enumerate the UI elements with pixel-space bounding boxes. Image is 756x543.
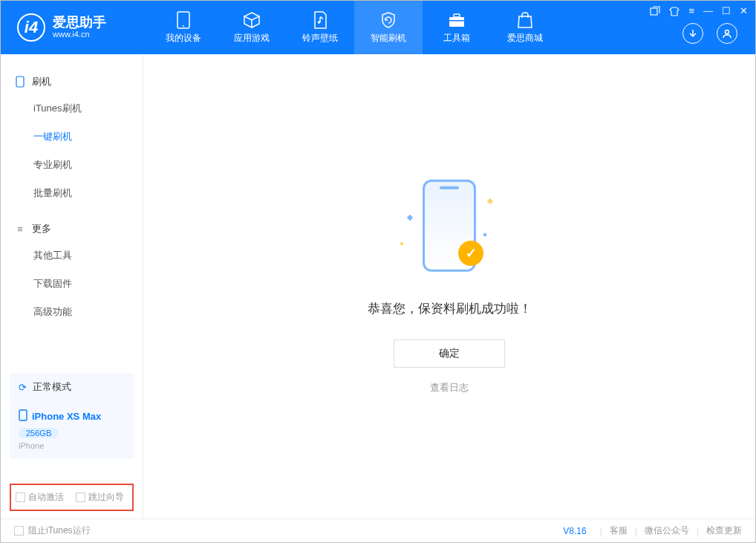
separator: |	[635, 526, 637, 536]
svg-rect-3	[449, 17, 464, 27]
list-icon: ≡	[14, 223, 26, 235]
svg-point-2	[318, 21, 321, 24]
sidebar: 刷机 iTunes刷机 一键刷机 专业刷机 批量刷机 ≡ 更多 其他工具 下载固…	[1, 54, 143, 518]
music-file-icon	[311, 11, 329, 29]
sidebar-item-oneclick-flash[interactable]: 一键刷机	[1, 123, 143, 151]
footer-right: V8.16 | 客服 | 微信公众号 | 检查更新	[563, 524, 742, 537]
sidebar-section-flash: 刷机	[1, 69, 143, 94]
sidebar-item-other-tools[interactable]: 其他工具	[1, 241, 143, 270]
checkbox-icon	[14, 526, 24, 536]
sidebar-item-download-firmware[interactable]: 下载固件	[1, 270, 143, 298]
check-update-link[interactable]: 检查更新	[706, 524, 742, 537]
sparkle-icon	[407, 215, 413, 221]
svg-rect-4	[454, 14, 460, 17]
sparkle-icon	[400, 241, 404, 246]
tab-ringtone[interactable]: 铃声壁纸	[286, 1, 354, 54]
svg-rect-5	[449, 20, 464, 22]
separator: |	[697, 526, 699, 536]
main-content: ✓ 恭喜您，保资料刷机成功啦！ 确定 查看日志	[143, 54, 755, 518]
app-header: i4 爱思助手 www.i4.cn 我的设备 应用游戏 铃声壁纸 智能刷机 工具…	[1, 1, 755, 54]
confirm-button[interactable]: 确定	[394, 339, 505, 368]
section-label: 刷机	[32, 75, 51, 88]
bag-icon	[516, 11, 534, 29]
sparkle-icon	[487, 198, 493, 204]
device-name: iPhone XS Max	[32, 411, 101, 422]
checkbox-label: 阻止iTunes运行	[28, 524, 91, 537]
sidebar-item-itunes-flash[interactable]: iTunes刷机	[1, 94, 143, 123]
tab-label: 工具箱	[443, 32, 470, 45]
device-icon	[175, 11, 192, 29]
section-label: 更多	[32, 222, 51, 235]
sidebar-item-batch-flash[interactable]: 批量刷机	[1, 179, 143, 207]
svg-point-1	[183, 25, 184, 27]
tab-label: 智能刷机	[371, 32, 406, 45]
logo-area: i4 爱思助手 www.i4.cn	[1, 13, 149, 42]
app-url: www.i4.cn	[53, 29, 106, 39]
close-button[interactable]: ✕	[740, 5, 748, 16]
checkbox-icon	[76, 492, 85, 502]
account-button[interactable]	[717, 23, 737, 44]
wechat-link[interactable]: 微信公众号	[645, 524, 689, 537]
sidebar-item-pro-flash[interactable]: 专业刷机	[1, 151, 143, 179]
version-label: V8.16	[563, 526, 586, 536]
flash-options-highlight: 自动激活 跳过向导	[10, 484, 134, 511]
shield-refresh-icon	[379, 11, 397, 29]
tab-my-device[interactable]: 我的设备	[149, 1, 218, 54]
success-illustration: ✓	[397, 178, 501, 282]
phone-icon	[14, 76, 26, 88]
checkbox-auto-activate[interactable]: 自动激活	[16, 491, 64, 504]
sparkle-icon	[483, 233, 487, 237]
toolbox-icon	[448, 11, 466, 29]
view-log-link[interactable]: 查看日志	[430, 381, 469, 394]
checkbox-icon	[16, 492, 25, 502]
refresh-icon: ⟳	[19, 382, 27, 393]
device-name-row: iPhone XS Max	[19, 409, 101, 423]
maximize-button[interactable]: ☐	[722, 5, 731, 16]
tab-label: 爱思商城	[507, 32, 543, 45]
nav-tabs: 我的设备 应用游戏 铃声壁纸 智能刷机 工具箱 爱思商城	[149, 1, 559, 54]
svg-rect-7	[651, 8, 657, 15]
checkbox-label: 自动激活	[28, 491, 64, 504]
device-mode-card[interactable]: ⟳ 正常模式	[10, 373, 134, 401]
minimize-button[interactable]: —	[703, 5, 713, 16]
tab-store[interactable]: 爱思商城	[491, 1, 559, 54]
tab-smart-flash[interactable]: 智能刷机	[354, 1, 423, 54]
sidebar-item-advanced[interactable]: 高级功能	[1, 298, 143, 326]
skin-icon[interactable]	[669, 5, 680, 16]
success-message: 恭喜您，保资料刷机成功啦！	[368, 300, 532, 317]
logo-icon: i4	[17, 13, 45, 42]
tab-label: 我的设备	[166, 32, 201, 45]
download-button[interactable]	[682, 23, 703, 44]
app-title: 爱思助手	[53, 16, 106, 29]
svg-rect-9	[19, 410, 27, 420]
checkbox-block-itunes[interactable]: 阻止iTunes运行	[14, 524, 91, 537]
device-type: iPhone	[19, 441, 44, 450]
tab-apps[interactable]: 应用游戏	[218, 1, 286, 54]
device-storage-badge: 256GB	[19, 428, 59, 438]
checkbox-skip-wizard[interactable]: 跳过向导	[76, 491, 124, 504]
svg-rect-8	[16, 77, 24, 87]
device-card[interactable]: iPhone XS Max 256GB iPhone	[10, 400, 134, 459]
checkbox-label: 跳过向导	[88, 491, 124, 504]
device-phone-icon	[19, 409, 27, 423]
check-icon: ✓	[458, 241, 483, 266]
logo-text: 爱思助手 www.i4.cn	[53, 16, 106, 39]
svg-point-6	[726, 30, 729, 34]
mode-label: 正常模式	[33, 380, 71, 394]
support-link[interactable]: 客服	[610, 524, 628, 537]
sidebar-section-more: ≡ 更多	[1, 216, 143, 241]
header-actions	[682, 23, 737, 44]
app-body: 刷机 iTunes刷机 一键刷机 专业刷机 批量刷机 ≡ 更多 其他工具 下载固…	[1, 54, 755, 518]
tab-label: 应用游戏	[234, 32, 270, 45]
tab-toolbox[interactable]: 工具箱	[423, 1, 491, 54]
cube-icon	[243, 11, 261, 29]
status-bar: 阻止iTunes运行 V8.16 | 客服 | 微信公众号 | 检查更新	[1, 518, 755, 542]
tab-label: 铃声壁纸	[302, 32, 338, 45]
separator: |	[600, 526, 602, 536]
menu-icon[interactable]: ≡	[688, 5, 694, 16]
feedback-icon[interactable]	[650, 5, 660, 16]
window-controls: ≡ — ☐ ✕	[650, 5, 748, 16]
